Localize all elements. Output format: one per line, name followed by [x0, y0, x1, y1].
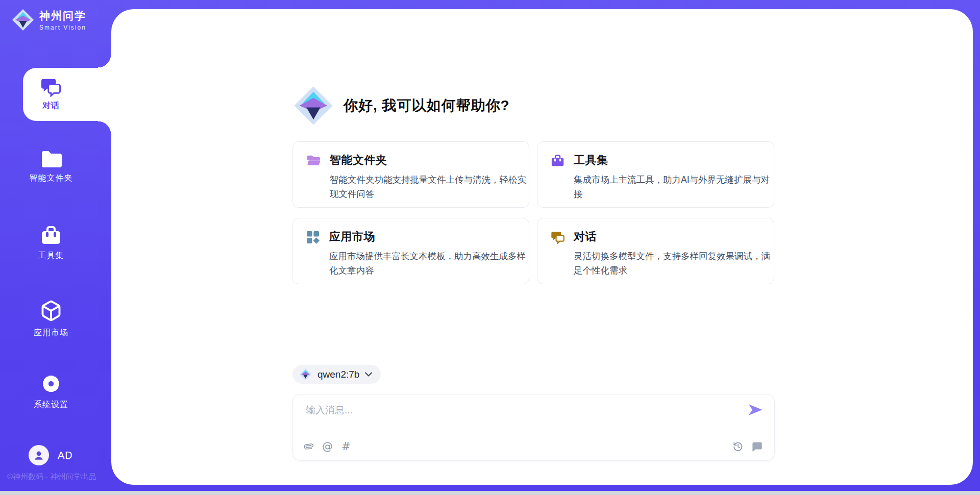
send-icon	[747, 403, 764, 417]
card-app-market[interactable]: 应用市场 应用市场提供丰富长文本模板，助力高效生成多样化文章内容	[292, 218, 529, 284]
sidebar-item-smart-folder[interactable]: 智能文件夹	[14, 150, 88, 184]
hash-icon: #	[341, 440, 351, 453]
card-description: 智能文件夹功能支持批量文件上传与清洗，轻松实现文件问答	[330, 172, 532, 202]
at-icon: @	[322, 440, 333, 453]
feature-cards: 智能文件夹 智能文件夹功能支持批量文件上传与清洗，轻松实现文件问答 工具集 集成…	[292, 141, 775, 284]
cube-icon	[40, 299, 62, 323]
main-content: 你好, 我可以如何帮助你? 智能文件夹 智能文件夹功能支持批量文件上传与清洗，轻…	[292, 9, 775, 485]
chat-bubbles-icon	[40, 78, 62, 97]
paperclip-icon	[304, 441, 313, 452]
sidebar-item-label: 应用市场	[34, 328, 68, 338]
new-chat-button[interactable]	[751, 441, 763, 452]
history-icon	[732, 441, 744, 452]
send-button[interactable]	[747, 403, 764, 418]
sidebar-item-chat[interactable]: 对话	[23, 68, 111, 121]
diamond-logo-icon	[292, 84, 334, 127]
sidebar-item-label: 系统设置	[34, 400, 68, 410]
sidebar-item-label: 工具集	[38, 251, 64, 261]
copyright-text: ©神州数码 · 神州问学出品	[7, 472, 96, 482]
sidebar-item-toolset[interactable]: 工具集	[14, 225, 88, 261]
card-toolset[interactable]: 工具集 集成市场上主流工具，助力AI与外界无缝扩展与对接	[537, 141, 774, 208]
message-input[interactable]	[306, 404, 750, 427]
message-icon	[751, 441, 763, 452]
model-selector[interactable]: qwen2:7b	[292, 365, 381, 384]
history-button[interactable]	[732, 441, 744, 452]
message-composer: @ #	[292, 394, 775, 461]
avatar	[29, 445, 49, 465]
composer-divider	[302, 432, 765, 432]
model-name: qwen2:7b	[317, 369, 359, 380]
mention-button[interactable]: @	[322, 440, 333, 453]
folder-open-icon	[306, 154, 321, 166]
folder-icon	[40, 150, 62, 168]
user-avatar-icon	[33, 449, 45, 461]
card-title: 对话	[574, 229, 776, 244]
card-description: 应用市场提供丰富长文本模板，助力高效生成多样化文章内容	[329, 249, 531, 278]
tab-fillet-bottom	[98, 121, 111, 134]
tab-fillet-top	[98, 55, 111, 68]
diamond-logo-icon	[11, 8, 35, 32]
chat-bubbles-icon	[551, 231, 565, 244]
greeting-title: 你好, 我可以如何帮助你?	[344, 96, 510, 115]
gear-icon	[40, 373, 62, 394]
card-title: 应用市场	[329, 229, 531, 244]
attach-file-button[interactable]	[304, 441, 313, 452]
card-title: 智能文件夹	[330, 153, 532, 168]
user-profile[interactable]: AD	[29, 445, 73, 465]
brand-name: 神州问学	[39, 9, 86, 23]
greeting: 你好, 我可以如何帮助你?	[292, 83, 775, 128]
screen-bottom-strip	[0, 491, 980, 495]
brand-tagline: Smart Vision	[39, 24, 86, 31]
card-description: 集成市场上主流工具，助力AI与外界无缝扩展与对接	[574, 172, 776, 202]
card-description: 灵活切换多模型文件，支持多样回复效果调试，满足个性化需求	[574, 249, 776, 278]
diamond-logo-icon	[299, 368, 312, 381]
brand-logo: 神州问学 Smart Vision	[11, 8, 86, 32]
card-chat[interactable]: 对话 灵活切换多模型文件，支持多样回复效果调试，满足个性化需求	[537, 218, 774, 284]
toolbox-icon	[551, 154, 565, 167]
card-title: 工具集	[574, 153, 776, 168]
user-name: AD	[58, 450, 73, 461]
card-smart-folder[interactable]: 智能文件夹 智能文件夹功能支持批量文件上传与清洗，轻松实现文件问答	[292, 141, 529, 208]
sidebar-item-app-market[interactable]: 应用市场	[14, 299, 88, 338]
chevron-down-icon	[365, 372, 372, 377]
grid-icon	[306, 231, 320, 244]
composer-toolbar: @ #	[293, 433, 774, 460]
sidebar-item-settings[interactable]: 系统设置	[14, 373, 88, 410]
topic-button[interactable]: #	[341, 440, 351, 453]
sidebar-item-label: 对话	[42, 101, 60, 111]
sidebar-item-label: 智能文件夹	[30, 173, 73, 184]
toolbox-icon	[40, 225, 62, 245]
